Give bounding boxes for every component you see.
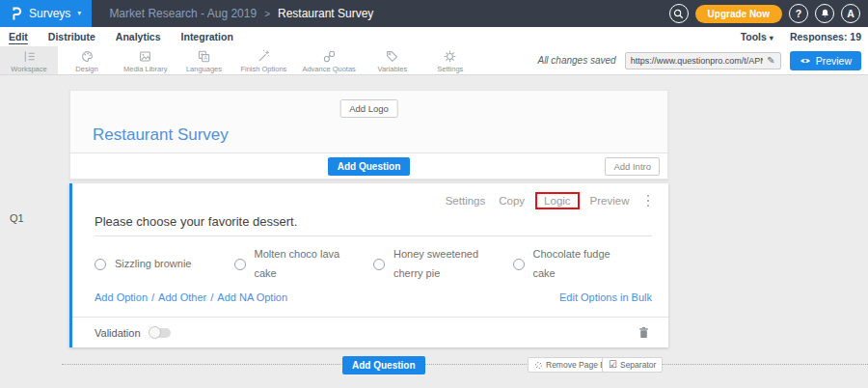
radio-button[interactable] (513, 259, 525, 270)
tools-label: Tools (741, 31, 767, 42)
svg-text:A: A (203, 55, 207, 61)
question-card: Settings Copy Logic Preview Please choos… (69, 183, 668, 347)
search-button[interactable] (669, 4, 689, 23)
page-break-line (62, 364, 868, 365)
add-na-option-link[interactable]: Add NA Option (217, 291, 287, 303)
toolbar-item-settings[interactable]: Settings (421, 46, 479, 74)
nav-tabs: Edit Distribute Analytics Integration (0, 31, 233, 42)
add-option-link[interactable]: Add Option (95, 291, 148, 303)
nav-right: Tools▾ Responses: 19 (741, 31, 868, 42)
surveys-menu-label: Surveys (29, 7, 70, 20)
tools-menu[interactable]: Tools▾ (741, 31, 773, 42)
add-logo-button[interactable]: Add Logo (339, 99, 398, 118)
gear-icon (443, 49, 457, 64)
preview-button[interactable]: Preview (790, 51, 861, 70)
toolbar-item-variables[interactable]: Variables (364, 46, 421, 74)
survey-url-input[interactable] (631, 56, 764, 66)
wand-icon (257, 49, 271, 64)
save-status: All changes saved (537, 55, 615, 66)
link-separator: / (151, 291, 154, 303)
survey-url-field: ✎ (625, 52, 781, 69)
upgrade-now-button[interactable]: Upgrade Now (695, 5, 782, 23)
toolbar-item-advance-quotas[interactable]: Advance Quotas (294, 46, 363, 74)
toolbar-item-workspace[interactable]: Workspace (0, 46, 58, 74)
answer-options: Sizzling brownie Molten choco lava cake … (95, 245, 652, 284)
radio-button[interactable] (373, 259, 385, 270)
option-links-row: Add Option / Add Other / Add NA Option E… (95, 291, 652, 303)
surveys-menu[interactable]: Surveys ▾ (0, 0, 92, 27)
separator-toggle-button[interactable]: ☑ Separator (602, 357, 663, 373)
responses-count[interactable]: Responses: 19 (790, 31, 861, 42)
chevron-down-icon: ▾ (77, 10, 81, 17)
edit-options-in-bulk-link[interactable]: Edit Options in Bulk (559, 291, 652, 303)
question-actions: Settings Copy Logic Preview (446, 192, 653, 209)
bell-icon (820, 8, 830, 19)
question-copy-action[interactable]: Copy (499, 195, 525, 207)
question-number: Q1 (10, 212, 24, 224)
question-preview-action[interactable]: Preview (590, 195, 630, 207)
toolbar-item-media-library[interactable]: Media Library (116, 46, 175, 74)
toolbar-item-languages[interactable]: A Languages (175, 46, 232, 74)
questionpro-logo-icon (11, 7, 22, 21)
validation-label: Validation (95, 327, 141, 339)
delete-question-button[interactable] (638, 326, 649, 339)
breadcrumb-separator: > (264, 9, 270, 19)
breadcrumb: Market Research - Aug 2019 > Restaurant … (109, 7, 373, 20)
option-item: Molten choco lava cake (234, 245, 374, 284)
radio-button[interactable] (234, 259, 246, 270)
edit-url-icon[interactable]: ✎ (767, 56, 774, 66)
toolbar-right: All changes saved ✎ Preview (537, 46, 868, 74)
topbar: Surveys ▾ Market Research - Aug 2019 > R… (0, 0, 868, 27)
breadcrumb-current: Restaurant Survey (278, 7, 373, 20)
link-separator: / (210, 291, 213, 303)
trash-icon (638, 326, 649, 339)
question-settings-action[interactable]: Settings (446, 195, 486, 207)
eye-icon (800, 57, 811, 65)
add-intro-button[interactable]: Add Intro (605, 157, 660, 176)
question-text[interactable]: Please choose your favorite dessert. (95, 214, 297, 229)
palette-icon (80, 49, 95, 64)
chain-icon (322, 49, 337, 64)
breadcrumb-parent[interactable]: Market Research - Aug 2019 (109, 7, 257, 20)
add-question-strip: Add Question Add Intro (70, 153, 667, 179)
editor-toolbar: Workspace Design Media Library A Languag… (0, 46, 868, 75)
survey-title[interactable]: Restaurant Survey (93, 125, 229, 145)
validation-row: Validation (72, 317, 668, 347)
checkbox-checked-icon: ☑ (609, 360, 617, 370)
tab-distribute[interactable]: Distribute (48, 31, 95, 42)
chevron-down-icon: ▾ (770, 34, 773, 42)
tab-integration[interactable]: Integration (181, 31, 233, 42)
radio-button[interactable] (95, 259, 106, 270)
question-text-divider (95, 236, 652, 236)
toolbar-item-design[interactable]: Design (58, 46, 116, 74)
add-question-button-bottom[interactable]: Add Question (342, 356, 425, 374)
option-item: Chocolate fudge cake (513, 245, 653, 284)
help-button[interactable]: ? (789, 4, 808, 23)
translate-icon: A (197, 49, 211, 64)
tab-analytics[interactable]: Analytics (116, 31, 161, 42)
search-icon (673, 9, 684, 19)
tag-icon (385, 49, 399, 64)
add-other-link[interactable]: Add Other (158, 291, 206, 303)
image-icon (138, 49, 152, 64)
question-logic-action[interactable]: Logic (535, 192, 580, 209)
nav-row: Edit Distribute Analytics Integration To… (0, 27, 868, 47)
notifications-button[interactable] (815, 4, 834, 23)
toolbar-item-finish-options[interactable]: Finish Options (232, 46, 294, 74)
survey-header: Add Logo Restaurant Survey (70, 91, 667, 153)
validation-toggle[interactable] (149, 328, 171, 338)
workspace-icon (22, 49, 37, 64)
add-question-button[interactable]: Add Question (328, 157, 411, 176)
unlink-icon (534, 361, 543, 370)
avatar[interactable]: A (841, 4, 860, 23)
tab-edit[interactable]: Edit (9, 31, 28, 42)
option-item: Sizzling brownie (95, 245, 234, 284)
option-links: Add Option / Add Other / Add NA Option (95, 291, 287, 303)
option-item: Honey sweetened cherry pie (373, 245, 513, 284)
more-options-icon[interactable] (643, 195, 654, 208)
survey-header-card: Add Logo Restaurant Survey Add Question … (69, 90, 668, 180)
topbar-actions: Upgrade Now ? A (669, 4, 868, 23)
